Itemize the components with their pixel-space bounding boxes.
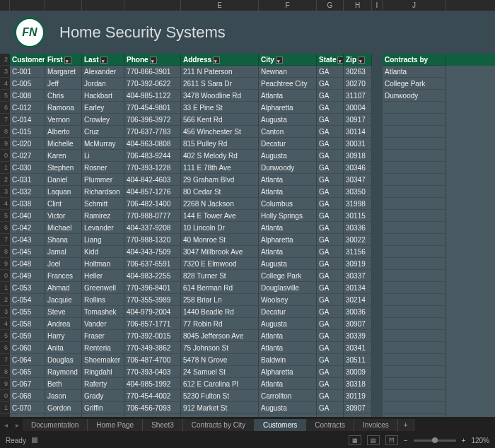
cell[interactable]	[383, 246, 446, 258]
cell[interactable]: Carrollton	[259, 390, 317, 402]
cell[interactable]: 770-392-0622	[124, 78, 181, 90]
row-header[interactable]: 0	[0, 270, 10, 282]
table-row[interactable]: C-012RamonaEarley770-454-980133 E Pine S…	[10, 102, 495, 114]
cell[interactable]: Holtman	[82, 258, 124, 270]
cell[interactable]: C-043	[10, 234, 45, 246]
cell[interactable]	[372, 330, 383, 342]
cell[interactable]: Shoemaker	[82, 354, 124, 366]
cell[interactable]: Augusta	[259, 402, 317, 414]
table-row[interactable]: C-005JeffJordan770-392-06222611 S Sara D…	[10, 78, 495, 90]
cell[interactable]	[372, 186, 383, 198]
cell[interactable]: C-064	[10, 354, 45, 366]
cell[interactable]: 77 Robin Rd	[181, 318, 259, 330]
column-header[interactable]: E	[181, 0, 259, 11]
cell[interactable]: Beth	[45, 378, 82, 390]
cell[interactable]: Stephen	[45, 162, 82, 174]
cell[interactable]: 30907	[344, 318, 372, 330]
sheet-tab[interactable]: Contracts by City	[183, 419, 255, 431]
cell[interactable]: 1440 Beadle Rd	[181, 306, 259, 318]
cell[interactable]: 30337	[344, 270, 372, 282]
cell[interactable]: C-014	[10, 114, 45, 126]
cell[interactable]: C-015	[10, 126, 45, 138]
cell[interactable]	[372, 174, 383, 186]
filter-icon[interactable]	[64, 57, 71, 64]
cell[interactable]: C-032	[10, 186, 45, 198]
row-header[interactable]: 9	[0, 258, 10, 270]
cell[interactable]: 30339	[344, 330, 372, 342]
cell[interactable]	[383, 114, 446, 126]
zoom-out-button[interactable]: −	[404, 437, 408, 444]
cell[interactable]	[372, 126, 383, 138]
cell[interactable]: GA	[317, 270, 344, 282]
table-row[interactable]: C-008ChrisHackbart404-985-11223478 Woodl…	[10, 90, 495, 102]
cell[interactable]	[383, 306, 446, 318]
cell[interactable]: C-040	[10, 210, 45, 222]
cell[interactable]	[383, 402, 446, 414]
cell[interactable]: 404-857-1276	[124, 186, 181, 198]
cell[interactable]	[372, 246, 383, 258]
cell[interactable]: Ramona	[45, 102, 82, 114]
cell[interactable]: Michelle	[45, 138, 82, 150]
cell[interactable]: GA	[317, 222, 344, 234]
cell[interactable]: C-048	[10, 258, 45, 270]
sheet-tab[interactable]: Customers	[255, 419, 306, 431]
cell[interactable]: C-008	[10, 90, 45, 102]
cell[interactable]: GA	[317, 150, 344, 162]
cell[interactable]: 815 Pulley Rd	[181, 138, 259, 150]
table-header[interactable]: Phone	[124, 54, 181, 66]
cell[interactable]	[372, 198, 383, 210]
cell[interactable]: 770-988-1320	[124, 234, 181, 246]
cell[interactable]: Hackbart	[82, 90, 124, 102]
row-header[interactable]: 3	[0, 306, 10, 318]
tab-prev-icon[interactable]: ◂	[0, 421, 11, 429]
table-row[interactable]: C-059HarryFraser770-392-00158045 Jeffers…	[10, 330, 495, 342]
cell[interactable]: Liang	[82, 234, 124, 246]
cell[interactable]: Daniel	[45, 174, 82, 186]
cell[interactable]: 144 E Tower Ave	[181, 210, 259, 222]
cell[interactable]: Grady	[82, 390, 124, 402]
cell[interactable]: GA	[317, 186, 344, 198]
cell[interactable]: 404-963-0808	[124, 138, 181, 150]
column-header[interactable]: H	[344, 0, 372, 11]
sheet-tab[interactable]: Invoices	[354, 419, 398, 431]
cell[interactable]: Ramirez	[82, 210, 124, 222]
cell[interactable]	[383, 210, 446, 222]
cell[interactable]: GA	[317, 66, 344, 78]
cell[interactable]	[383, 102, 446, 114]
cell[interactable]	[383, 282, 446, 294]
cell[interactable]: Alberto	[45, 126, 82, 138]
cell[interactable]: 404-979-2004	[124, 306, 181, 318]
sheet-tab[interactable]: Home Page	[88, 419, 143, 431]
cell[interactable]: 404-337-9208	[124, 222, 181, 234]
cell[interactable]: C-060	[10, 342, 45, 354]
cell[interactable]: 10 Lincoln Dr	[181, 222, 259, 234]
cell[interactable]	[383, 330, 446, 342]
cell[interactable]	[383, 294, 446, 306]
row-header[interactable]: 5	[0, 210, 10, 222]
cell[interactable]: College Park	[383, 78, 446, 90]
cell[interactable]: 7320 E Elmwood	[181, 258, 259, 270]
cell[interactable]: Augusta	[259, 150, 317, 162]
record-macro-icon[interactable]	[32, 437, 37, 443]
cell[interactable]: Jason	[45, 390, 82, 402]
row-header[interactable]: 8	[0, 366, 10, 378]
cell[interactable]: Vander	[82, 318, 124, 330]
table-row[interactable]: C-040VictorRamirez770-988-0777144 E Towe…	[10, 210, 495, 222]
cell[interactable]: Frances	[45, 270, 82, 282]
table-header[interactable]: Last	[82, 54, 124, 66]
cell[interactable]: 770-637-7783	[124, 126, 181, 138]
cell[interactable]: Chris	[45, 90, 82, 102]
cell[interactable]: Harry	[45, 330, 82, 342]
cell[interactable]	[383, 138, 446, 150]
cell[interactable]: 31156	[344, 246, 372, 258]
column-header[interactable]	[124, 0, 181, 11]
cell[interactable]: 404-842-4603	[124, 174, 181, 186]
cell[interactable]: 30347	[344, 174, 372, 186]
cell[interactable]: GA	[317, 390, 344, 402]
column-header[interactable]: J	[383, 0, 446, 11]
cell[interactable]: Griffin	[82, 402, 124, 414]
cell[interactable]: Peachtree City	[259, 78, 317, 90]
cell[interactable]: Douglasville	[259, 282, 317, 294]
table-row[interactable]: C-045JamalKidd404-343-75093047 Millbrook…	[10, 246, 495, 258]
cell[interactable]: 456 Winchester St	[181, 126, 259, 138]
